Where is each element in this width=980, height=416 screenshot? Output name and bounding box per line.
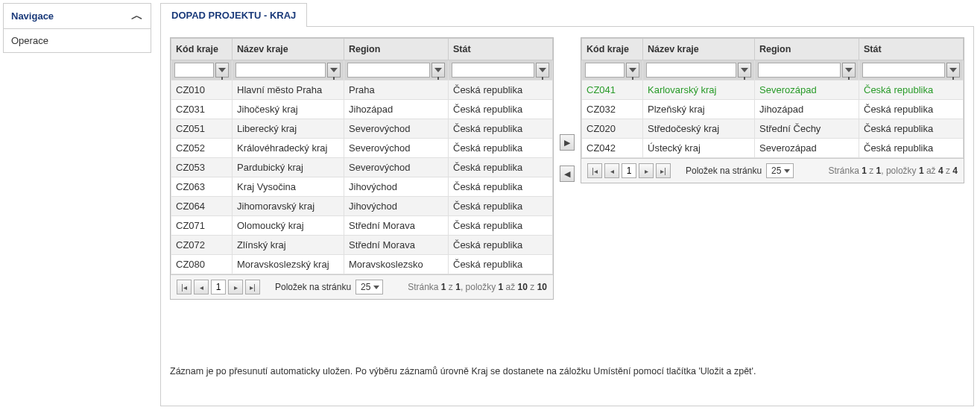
- prev-page-button[interactable]: ◂: [604, 163, 619, 178]
- main: DOPAD PROJEKTU - KRAJ Kód kraje Název kr…: [157, 0, 980, 416]
- table-row[interactable]: CZ020Středočeský krajStřední ČechyČeská …: [582, 119, 964, 139]
- cell-state: Česká republika: [449, 81, 553, 100]
- cell-code: CZ032: [582, 100, 643, 119]
- move-left-button[interactable]: ◀: [560, 166, 575, 182]
- table-row[interactable]: CZ041Karlovarský krajSeverozápadČeská re…: [582, 81, 964, 100]
- chevron-up-icon: ︿: [131, 8, 143, 24]
- filter-button[interactable]: [626, 63, 639, 78]
- cell-name: Pardubický kraj: [233, 158, 344, 177]
- table-row[interactable]: CZ064Jihomoravský krajJihovýchodČeská re…: [171, 197, 553, 216]
- cell-state: Česká republika: [859, 119, 964, 139]
- next-page-button[interactable]: ▸: [639, 163, 654, 178]
- cell-code: CZ072: [171, 236, 233, 255]
- cell-region: Střední Čechy: [755, 119, 859, 139]
- tab-dopad-projektu[interactable]: DOPAD PROJEKTU - KRAJ: [160, 3, 307, 27]
- filter-button[interactable]: [215, 63, 229, 78]
- table-row[interactable]: CZ053Pardubický krajSeverovýchodČeská re…: [171, 158, 553, 177]
- page-input[interactable]: [211, 280, 226, 294]
- cell-code: CZ064: [171, 197, 233, 216]
- cell-code: CZ051: [171, 119, 233, 139]
- col-header-code[interactable]: Kód kraje: [171, 39, 233, 60]
- filter-input-region[interactable]: [347, 63, 430, 78]
- per-page-select[interactable]: 25: [766, 163, 794, 178]
- nav-item-operace[interactable]: Operace: [3, 29, 151, 53]
- cell-code: CZ063: [171, 177, 233, 197]
- cell-code: CZ041: [582, 81, 643, 100]
- filter-input-region[interactable]: [758, 63, 841, 78]
- funnel-icon: [741, 68, 748, 72]
- funnel-icon: [434, 68, 442, 72]
- col-header-name[interactable]: Název kraje: [643, 39, 755, 60]
- cell-region: Střední Morava: [344, 236, 449, 255]
- cell-name: Královéhradecký kraj: [233, 139, 344, 158]
- last-page-button[interactable]: ▸|: [656, 163, 671, 178]
- table-row[interactable]: CZ063Kraj VysočinaJihovýchodČeská republ…: [171, 177, 553, 197]
- cell-name: Hlavní město Praha: [233, 81, 344, 100]
- sidebar: Navigace ︿ Operace: [0, 0, 157, 416]
- cell-state: Česká republika: [449, 236, 553, 255]
- cell-region: Severozápad: [755, 81, 859, 100]
- filter-input-name[interactable]: [646, 63, 736, 78]
- table-row[interactable]: CZ051Liberecký krajSeverovýchodČeská rep…: [171, 119, 553, 139]
- filter-input-name[interactable]: [235, 63, 326, 78]
- page-input[interactable]: [622, 163, 636, 178]
- cell-region: Jihovýchod: [344, 197, 449, 216]
- cell-code: CZ080: [171, 255, 233, 274]
- col-header-region[interactable]: Region: [344, 39, 449, 60]
- cell-region: Jihovýchod: [344, 177, 449, 197]
- table-row[interactable]: CZ071Olomoucký krajStřední MoravaČeská r…: [171, 216, 553, 236]
- cell-name: Liberecký kraj: [233, 119, 344, 139]
- funnel-icon: [949, 68, 957, 72]
- cell-name: Ústecký kraj: [643, 139, 755, 158]
- filter-input-code[interactable]: [585, 63, 625, 78]
- cell-name: Zlínský kraj: [233, 236, 344, 255]
- table-row[interactable]: CZ032Plzeňský krajJihozápadČeská republi…: [582, 100, 964, 119]
- cell-name: Olomoucký kraj: [233, 216, 344, 236]
- cell-name: Středočeský kraj: [643, 119, 755, 139]
- filter-input-state[interactable]: [862, 63, 945, 78]
- first-page-button[interactable]: |◂: [177, 280, 192, 294]
- filter-button[interactable]: [738, 63, 751, 78]
- col-header-code[interactable]: Kód kraje: [582, 39, 643, 60]
- filter-button[interactable]: [536, 63, 549, 78]
- table-row[interactable]: CZ080Moravskoslezský krajMoravskoslezsko…: [171, 255, 553, 274]
- table-row[interactable]: CZ010Hlavní město PrahaPrahaČeská republ…: [171, 81, 553, 100]
- next-page-button[interactable]: ▸: [228, 280, 243, 294]
- filter-input-code[interactable]: [174, 63, 214, 78]
- filter-button[interactable]: [327, 63, 341, 78]
- move-right-button[interactable]: ▶: [560, 134, 575, 151]
- funnel-icon: [845, 68, 853, 72]
- cell-state: Česká republika: [449, 255, 553, 274]
- table-row[interactable]: CZ052Královéhradecký krajSeverovýchodČes…: [171, 139, 553, 158]
- cell-code: CZ042: [582, 139, 643, 158]
- cell-name: Jihomoravský kraj: [233, 197, 344, 216]
- col-header-state[interactable]: Stát: [859, 39, 964, 60]
- table-row[interactable]: CZ072Zlínský krajStřední MoravaČeská rep…: [171, 236, 553, 255]
- col-header-region[interactable]: Region: [755, 39, 859, 60]
- nav-header[interactable]: Navigace ︿: [3, 3, 151, 29]
- filter-button[interactable]: [842, 63, 856, 78]
- table-row[interactable]: CZ031Jihočeský krajJihozápadČeská republ…: [171, 100, 553, 119]
- cell-code: CZ052: [171, 139, 233, 158]
- first-page-button[interactable]: |◂: [587, 163, 602, 178]
- last-page-button[interactable]: ▸|: [245, 280, 260, 294]
- funnel-icon: [629, 68, 636, 72]
- hint-text: Záznam je po přesunutí automaticky ulože…: [170, 366, 964, 376]
- per-page-select[interactable]: 25: [355, 280, 383, 294]
- pager-info: Stránka 1 z 1, položky 1 až 10 z 10: [408, 282, 547, 292]
- filter-button[interactable]: [946, 63, 960, 78]
- cell-state: Česká republika: [449, 119, 553, 139]
- cell-region: Severovýchod: [344, 139, 449, 158]
- table-row[interactable]: CZ042Ústecký krajSeverozápadČeská republ…: [582, 139, 964, 158]
- selected-table: Kód kraje Název kraje Region Stát: [581, 37, 964, 183]
- cell-code: CZ053: [171, 158, 233, 177]
- prev-page-button[interactable]: ◂: [194, 280, 209, 294]
- cell-region: Severovýchod: [344, 119, 449, 139]
- cell-state: Česká republika: [449, 216, 553, 236]
- cell-region: Jihozápad: [755, 100, 859, 119]
- col-header-name[interactable]: Název kraje: [233, 39, 344, 60]
- filter-input-state[interactable]: [452, 63, 534, 78]
- col-header-state[interactable]: Stát: [449, 39, 553, 60]
- filter-button[interactable]: [431, 63, 445, 78]
- pager-info: Stránka 1 z 1, položky 1 až 4 z 4: [828, 166, 958, 176]
